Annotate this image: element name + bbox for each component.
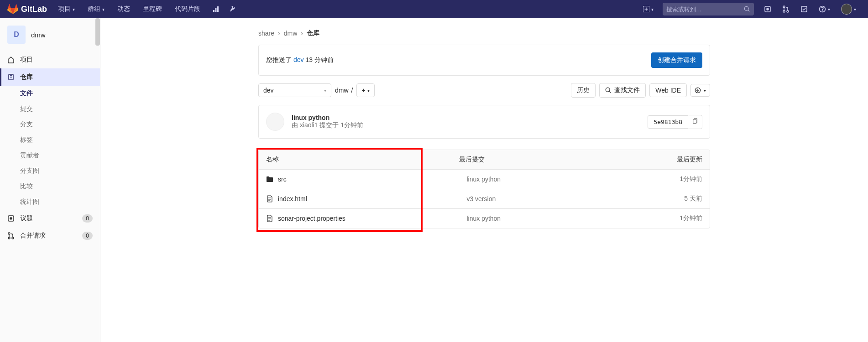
sidebar-sub-tags[interactable]: 标签 [0,132,100,148]
sidebar-label: 仓库 [20,73,33,81]
gitlab-icon [7,4,18,15]
svg-point-18 [10,218,12,219]
sidebar-sub-commits[interactable]: 提交 [0,101,100,117]
web-ide-button[interactable]: Web IDE [649,83,687,97]
nav-projects[interactable]: 项目▾ [52,0,80,18]
mr-count-badge: 0 [82,232,93,240]
svg-point-9 [783,10,785,12]
sidebar-sub-charts[interactable]: 统计图 [0,194,100,210]
file-row[interactable]: index.htmlv3 version5 天前 [259,189,710,209]
sidebar-sub-branches[interactable]: 分支 [0,117,100,132]
nav-activity[interactable]: 动态 [112,0,136,18]
chevron-down-icon: ▾ [367,88,370,93]
chevron-right-icon: › [278,30,280,37]
search-icon [605,87,612,93]
sidebar-sub-contributors[interactable]: 贡献者 [0,148,100,163]
path-root[interactable]: dmw [335,87,349,94]
copy-sha-button[interactable] [688,115,702,129]
sidebar-label: 项目 [20,56,33,64]
help-dropdown[interactable]: ▾ [814,5,835,13]
commit-author-avatar [266,113,284,131]
main-content: share › dmw › 仓库 您推送了 dev 13 分钟前 创建合并请求 … [100,18,868,342]
create-merge-request-button[interactable]: 创建合并请求 [651,52,702,68]
file-name-text: index.html [278,195,307,202]
sidebar-scrollbar[interactable] [95,18,100,46]
commit-sha: 5e9813b8 [648,115,688,129]
breadcrumb: share › dmw › 仓库 [258,26,710,45]
selected-branch: dev [263,87,274,94]
sidebar-label: 议题 [20,214,33,223]
file-last-updated: 1分钟前 [615,170,710,189]
sidebar-sub-graph[interactable]: 分支图 [0,163,100,179]
file-row[interactable]: sonar-project.propertieslinux python1分钟前 [259,209,710,228]
brand-text: GitLab [21,5,47,14]
chevron-down-icon: ▾ [704,88,706,93]
file-icon [266,215,273,222]
path-breadcrumb: dmw / [335,87,353,94]
svg-point-10 [787,10,789,12]
breadcrumb-project[interactable]: dmw [284,30,298,37]
commit-meta: 由 xiaoli1 提交于 1分钟前 [292,121,640,130]
repository-controls: dev ▾ dmw / + ▾ 历史 查找文件 Web IDE ▾ [258,83,710,98]
project-name: dmw [31,31,46,39]
download-icon [695,87,701,93]
todos-icon[interactable] [796,5,812,13]
nav-milestones[interactable]: 里程碑 [137,0,167,18]
commit-author[interactable]: xiaoli1 [300,121,318,129]
sidebar-sub-compare[interactable]: 比较 [0,179,100,194]
project-avatar: D [7,26,26,44]
sidebar-item-repository[interactable]: 仓库 [0,68,100,86]
sidebar-item-project[interactable]: 项目 [0,51,100,68]
home-icon [7,56,15,63]
sidebar-label: 合并请求 [20,232,46,240]
svg-point-8 [783,6,785,8]
column-header-last-update: 最后更新 [615,150,710,170]
gitlab-logo[interactable]: GitLab [7,4,47,15]
nav-groups[interactable]: 群组▾ [82,0,110,18]
plus-icon: + [361,87,365,94]
file-name-text: src [278,176,287,183]
nav-admin-wrench-icon[interactable] [226,0,242,18]
new-dropdown[interactable]: ▾ [639,4,657,14]
column-header-name: 名称 [259,150,430,170]
download-button[interactable]: ▾ [690,84,710,97]
svg-rect-2 [217,6,219,12]
svg-point-4 [744,6,748,10]
file-last-commit[interactable]: linux python [430,209,614,228]
add-to-tree-button[interactable]: + ▾ [356,83,374,97]
sidebar-sub-files[interactable]: 文件 [0,86,100,101]
search-icon [744,6,750,12]
push-notification-banner: 您推送了 dev 13 分钟前 创建合并请求 [258,45,710,76]
plus-square-icon [643,6,649,12]
svg-point-20 [8,237,10,239]
search-input[interactable] [666,6,744,13]
breadcrumb-group[interactable]: share [258,30,274,37]
history-button[interactable]: 历史 [571,83,596,98]
sidebar-item-merge-requests[interactable]: 合并请求 0 [0,227,100,244]
file-row[interactable]: srclinux python1分钟前 [259,170,710,189]
user-menu[interactable]: ▾ [837,4,861,15]
merge-requests-icon[interactable] [778,5,794,13]
nav-analytics-icon[interactable] [208,0,224,18]
branch-selector[interactable]: dev ▾ [258,83,331,97]
nav-snippets[interactable]: 代码片段 [169,0,206,18]
issues-icon[interactable] [759,5,776,13]
svg-point-13 [822,11,823,11]
folder-icon [266,176,273,183]
copy-icon [692,118,698,124]
svg-line-23 [609,91,611,93]
file-last-updated: 5 天前 [615,189,710,209]
repository-icon [7,73,15,81]
file-last-commit[interactable]: v3 version [430,189,614,209]
sidebar-project-header[interactable]: D dmw [0,18,100,51]
branch-link[interactable]: dev [293,56,304,63]
issues-count-badge: 0 [82,214,93,223]
commit-title[interactable]: linux python [292,114,640,121]
last-commit-box: linux python 由 xiaoli1 提交于 1分钟前 5e9813b8 [258,105,710,139]
file-last-updated: 1分钟前 [615,209,710,228]
global-search[interactable] [663,3,754,16]
sidebar-item-issues[interactable]: 议题 0 [0,210,100,227]
svg-point-22 [606,88,610,92]
find-file-button[interactable]: 查找文件 [599,83,646,98]
file-last-commit[interactable]: linux python [430,170,614,189]
